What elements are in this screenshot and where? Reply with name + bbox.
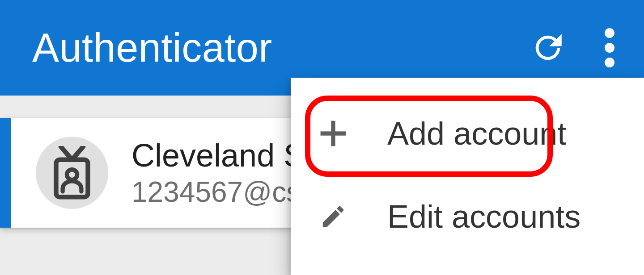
menu-item-add-account[interactable]: Add account xyxy=(291,92,644,175)
overflow-menu: Add account Edit accounts xyxy=(291,78,644,275)
account-avatar xyxy=(36,137,108,209)
plus-icon xyxy=(319,120,362,147)
menu-item-label: Edit accounts xyxy=(387,198,580,235)
svg-point-4 xyxy=(67,170,77,180)
svg-point-2 xyxy=(605,58,614,67)
menu-item-edit-accounts[interactable]: Edit accounts xyxy=(291,175,644,258)
overflow-menu-button[interactable] xyxy=(605,27,614,68)
id-badge-icon xyxy=(51,146,93,200)
pencil-icon xyxy=(319,203,362,230)
more-vertical-icon xyxy=(605,27,614,68)
refresh-button[interactable] xyxy=(530,29,566,66)
menu-item-label: Add account xyxy=(387,115,566,152)
svg-rect-6 xyxy=(321,131,346,135)
appbar-actions xyxy=(530,27,614,68)
svg-point-1 xyxy=(605,43,614,53)
app-title: Authenticator xyxy=(32,25,530,71)
svg-point-0 xyxy=(605,28,614,38)
refresh-icon xyxy=(530,29,566,66)
selection-indicator xyxy=(0,118,11,228)
